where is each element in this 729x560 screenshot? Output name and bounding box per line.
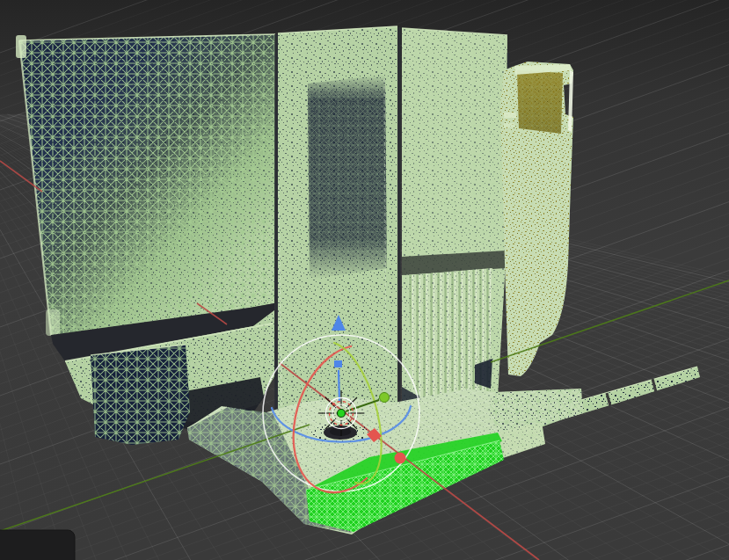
scale-z-handle[interactable]: [334, 360, 342, 367]
viewport-canvas[interactable]: [0, 0, 729, 560]
cabinet-shelf-tab: [504, 123, 514, 127]
translate-z-axis[interactable]: [339, 370, 339, 402]
wall-corner-tab: [16, 35, 26, 58]
mesh-left-wall[interactable]: [16, 34, 275, 338]
translate-y-handle[interactable]: [380, 393, 390, 403]
pivot-center[interactable]: [338, 410, 346, 418]
mesh-right-wall[interactable]: [399, 27, 507, 410]
viewport-3d[interactable]: [0, 0, 729, 560]
wall-base-tab: [46, 309, 60, 336]
cabinet-shelf-tab: [504, 113, 516, 118]
translate-x-handle[interactable]: [395, 453, 406, 464]
operator-panel-collapsed[interactable]: [0, 530, 75, 560]
mesh-middle-wall[interactable]: [276, 26, 397, 419]
mesh-left-cabinet[interactable]: [91, 345, 190, 445]
